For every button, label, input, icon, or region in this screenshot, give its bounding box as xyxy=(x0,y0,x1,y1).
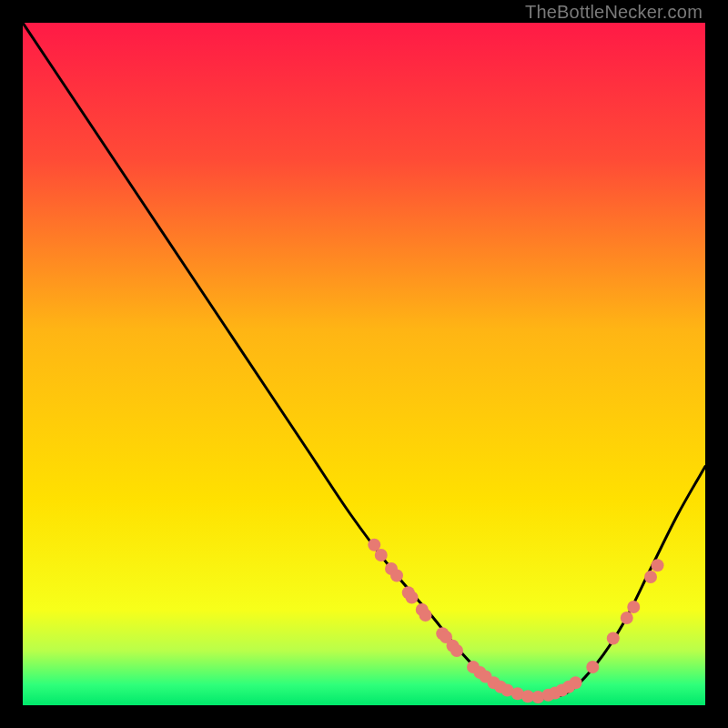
marker-point xyxy=(375,549,388,561)
marker-point xyxy=(621,612,633,624)
marker-point xyxy=(420,609,432,622)
marker-point xyxy=(652,559,664,571)
marker-point xyxy=(586,661,599,673)
marker-point xyxy=(570,676,582,689)
marker-point xyxy=(607,632,620,645)
marker-point xyxy=(450,644,463,657)
gradient-background xyxy=(23,23,705,705)
marker-point xyxy=(406,592,419,604)
chart-svg xyxy=(23,23,705,705)
chart-frame xyxy=(23,23,705,705)
marker-point xyxy=(644,571,657,583)
watermark-text: TheBottleNecker.com xyxy=(525,2,703,23)
marker-point xyxy=(627,601,640,613)
marker-point xyxy=(390,570,403,582)
